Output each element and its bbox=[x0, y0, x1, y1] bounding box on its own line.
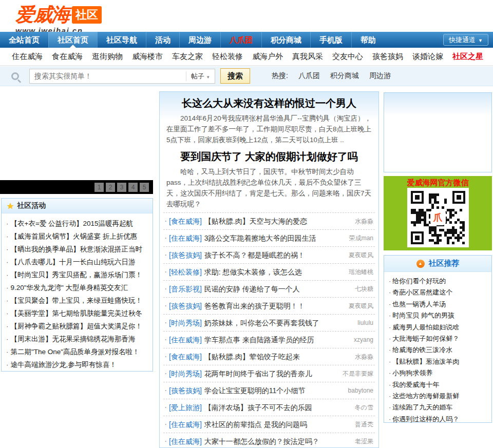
recommend-item[interactable]: 威海男人最怕媳妇说啥 bbox=[389, 322, 487, 333]
post-row: [时尚秀场]花两年时间终于省出了我的香奈儿不是非要嫁 bbox=[163, 365, 375, 382]
octopus-logo-icon: 爪 bbox=[430, 210, 446, 225]
site-header: 爱威海社区 www.iweihai.cn bbox=[0, 0, 493, 32]
activity-item[interactable]: 【晒出我的换季单品】秋意渐浓混搭正当时 bbox=[6, 243, 148, 256]
activity-item[interactable]: 【宝贝聚会】带上宝贝，来绿豆蛙痛快玩！ bbox=[6, 294, 148, 307]
nav-item-community-home[interactable]: 社区首页 bbox=[48, 32, 97, 48]
post-forum-tag[interactable]: [时尚秀场] bbox=[169, 369, 202, 378]
activity-item[interactable]: 9.20"华发九龙湾" 大型单身精英交友汇 bbox=[6, 281, 148, 294]
activity-item[interactable]: 第二期"The One"高品质单身派对报名啦！ bbox=[6, 345, 148, 358]
post-title[interactable]: 学会让宝宝更聪明的11个小细节 bbox=[204, 386, 306, 395]
recommend-item[interactable]: 我的爱威海十年 bbox=[389, 379, 487, 391]
activity-item[interactable]: 【八爪去哪儿】十月一长白山纯玩六日游 bbox=[6, 256, 148, 268]
slider-page-5[interactable]: 5 bbox=[140, 183, 149, 192]
featured-story-2-title[interactable]: 要到国庆节了 大家的假期计划做好了吗 bbox=[164, 150, 374, 164]
subnav-eat-in-weihai[interactable]: 食在威海 bbox=[47, 52, 87, 62]
nav-item-home[interactable]: 全站首页 bbox=[0, 32, 48, 48]
post-forum-tag[interactable]: [孩爸孩妈] bbox=[169, 251, 202, 259]
subnav-outdoor[interactable]: 威海户外 bbox=[248, 52, 288, 62]
subnav-live-in-weihai[interactable]: 住在威海 bbox=[7, 52, 47, 62]
post-forum-tag[interactable]: [食在威海] bbox=[169, 217, 202, 225]
recommend-item[interactable]: 奇葩小区居然建这个 bbox=[389, 287, 487, 298]
post-forum-tag[interactable]: [住在威海] bbox=[169, 420, 202, 428]
recommend-item[interactable]: 【贴秋膘】葱油泼羊肉 bbox=[389, 356, 487, 367]
recommend-item[interactable]: 给威海的铁三泼冷水 bbox=[389, 344, 487, 356]
post-title[interactable]: 爸爸教育出来的孩子更聪明！！ bbox=[204, 302, 305, 310]
post-forum-tag[interactable]: [音乐影视] bbox=[169, 285, 202, 293]
subnav-parents[interactable]: 孩爸孩妈 bbox=[368, 52, 408, 62]
subnav-real-estate[interactable]: 威海楼市 bbox=[127, 52, 167, 62]
post-title[interactable]: 求社区的前辈指点 是我的问题吗 bbox=[204, 420, 307, 428]
nav-item-activities[interactable]: 活动 bbox=[146, 32, 179, 48]
post-forum-tag[interactable]: [时尚秀场] bbox=[169, 319, 202, 327]
recommend-item[interactable]: 小狗狗求领养 bbox=[389, 367, 487, 379]
post-title[interactable]: 【贴秋膘.肉】荤馅饺子吃起来 bbox=[204, 353, 300, 361]
hot-search: 热搜: 八爪团 积分商城 周边游 bbox=[272, 71, 391, 81]
site-logo[interactable]: 爱威海社区 www.iweihai.cn bbox=[15, 2, 102, 35]
slider-page-2[interactable]: 2 bbox=[106, 183, 115, 192]
featured-story-1-title[interactable]: 长这么大从来没有这样的恨过一个男人 bbox=[164, 96, 374, 110]
subnav-dating[interactable]: 交友中心 bbox=[328, 52, 368, 62]
subnav-shopping[interactable]: 逛街购物 bbox=[87, 52, 127, 62]
subnav-community-star[interactable]: 社区之星 bbox=[448, 52, 488, 62]
activity-item[interactable]: 【厨神争霸之贴秋膘篇】超值大奖满足你！ bbox=[6, 320, 148, 333]
recommend-item[interactable]: 给你们看个好玩的 bbox=[389, 276, 487, 287]
activity-item[interactable]: 途牛高端旅游沙龙,参与即有惊喜！ bbox=[6, 358, 148, 371]
post-title[interactable]: 奶茶妹妹，叫你老公不要再套我钱了 bbox=[204, 319, 319, 327]
activity-item[interactable]: 【周末出游】无花果采摘锦绣花海那香海 bbox=[6, 333, 148, 345]
recommend-item[interactable]: 这些地方的海鲜最新鲜 bbox=[389, 391, 487, 402]
post-row: [住在威海]大家十一都怎么放假的？按法定吗？老涩果 bbox=[163, 433, 375, 448]
quick-channel-button[interactable]: 快捷通道▼ bbox=[443, 34, 488, 46]
post-title[interactable]: 求助: 想做实木装修，该怎么选 bbox=[204, 268, 302, 276]
post-title[interactable]: 【贴秋膘.肉】天空与大海的爱恋 bbox=[204, 217, 307, 225]
subnav-decoration[interactable]: 轻松装修 bbox=[207, 52, 248, 62]
hot-search-item-points-mall[interactable]: 积分商城 bbox=[330, 71, 359, 81]
activity-item[interactable]: 【时尚宝贝】秀宝贝搭配，赢游乐场门票！ bbox=[6, 268, 148, 281]
recommend-item[interactable]: 时尚宝贝 帅气的男孩 bbox=[389, 310, 487, 321]
qr-finder-icon bbox=[411, 191, 424, 204]
slider-page-1[interactable]: 1 bbox=[94, 183, 104, 192]
search-input[interactable] bbox=[30, 72, 186, 80]
post-title[interactable]: 花两年时间终于省出了我的香奈儿 bbox=[204, 369, 312, 378]
recommend-item[interactable]: 你遇到过这样的人吗？ bbox=[389, 414, 487, 425]
post-author: liululu bbox=[357, 315, 373, 331]
slider-page-3[interactable]: 3 bbox=[117, 183, 126, 192]
nav-item-bazhuatuan[interactable]: 八爪团 bbox=[220, 32, 261, 48]
post-forum-tag[interactable]: [住在威海] bbox=[169, 437, 202, 445]
nav-item-points-mall[interactable]: 积分商城 bbox=[261, 32, 310, 48]
post-title[interactable]: 孩子长不高？都是睡眠惹的祸！ bbox=[204, 251, 305, 259]
recommend-item[interactable]: 大批海蛎子如何保鲜？ bbox=[389, 333, 487, 344]
post-title[interactable]: 大家十一都怎么放假的？按法定吗？ bbox=[204, 437, 319, 445]
post-forum-tag[interactable]: [孩爸孩妈] bbox=[169, 386, 202, 395]
subnav-car-friends[interactable]: 车友之家 bbox=[167, 52, 207, 62]
post-forum-tag[interactable]: [食在威海] bbox=[169, 353, 202, 361]
post-forum-tag[interactable]: [爱上旅游] bbox=[169, 403, 202, 412]
subnav-marriage[interactable]: 谈婚论嫁 bbox=[408, 52, 448, 62]
post-forum-tag[interactable]: [住在威海] bbox=[169, 234, 202, 242]
post-forum-tag[interactable]: [住在威海] bbox=[169, 336, 202, 344]
post-title[interactable]: 【南洋农场】孩子不可不去的乐园 bbox=[204, 403, 312, 412]
activity-item[interactable]: 【威海首届火锅节】火锅盛宴 折上折优惠 bbox=[6, 230, 148, 243]
activity-item[interactable]: 【美丽学堂】第七期给肌肤能量完美过秋冬 bbox=[6, 307, 148, 320]
activity-item[interactable]: 【衣+衣=爱 公益行动】2015温暖再起航 bbox=[6, 217, 148, 230]
activities-title: 社区活动 bbox=[17, 201, 46, 210]
nav-item-community-guide[interactable]: 社区导航 bbox=[97, 32, 146, 48]
hot-search-item-nearby-travel[interactable]: 周边游 bbox=[369, 71, 391, 81]
post-title[interactable]: 民谣的安静 传递给了每一个人 bbox=[204, 285, 300, 293]
subnav-true-self[interactable]: 真我风采 bbox=[288, 52, 328, 62]
search-button[interactable]: 搜索 bbox=[220, 68, 250, 84]
search-type-select[interactable]: 帖子 ▼ bbox=[186, 71, 215, 81]
slider-page-4[interactable]: 4 bbox=[128, 183, 138, 192]
post-title[interactable]: 3路公交车跪着擦地大爷的田园生活 bbox=[204, 234, 316, 242]
post-title[interactable]: 学车那点事 来自陆路通学员的经历 bbox=[204, 336, 314, 344]
post-forum-tag[interactable]: [孩爸孩妈] bbox=[169, 302, 202, 310]
banner-slider[interactable]: 1 2 3 4 5 bbox=[0, 91, 153, 194]
nav-item-help[interactable]: 帮助 bbox=[351, 32, 385, 48]
post-author: 普通秃 bbox=[355, 416, 373, 433]
nav-item-mobile[interactable]: 手机版 bbox=[310, 32, 351, 48]
chevron-down-icon: ▼ bbox=[478, 38, 483, 43]
post-forum-tag[interactable]: [轻松装修] bbox=[169, 268, 202, 276]
recommend-item[interactable]: 也熬一锅诱人羊汤 bbox=[389, 299, 487, 310]
recommend-item[interactable]: 连续跑了九天的婚车 bbox=[389, 402, 487, 413]
nav-item-nearby-travel[interactable]: 周边游 bbox=[179, 32, 220, 48]
hot-search-item-bazhuatuan[interactable]: 八爪团 bbox=[298, 71, 320, 81]
